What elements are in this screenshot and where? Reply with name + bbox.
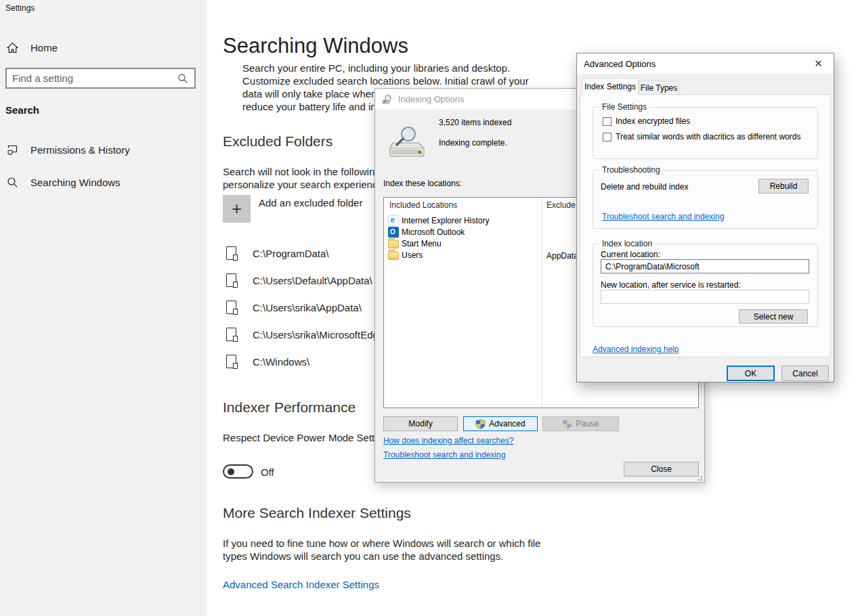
rebuild-label: Delete and rebuild index	[601, 182, 688, 192]
folder-icon	[388, 240, 399, 248]
folder-outline-icon	[226, 273, 236, 287]
toggle-knob	[228, 468, 234, 475]
current-location-label: Current location:	[601, 250, 660, 259]
dialog-title: Indexing Options	[398, 94, 465, 104]
indexing-options-icon	[382, 92, 393, 107]
sidebar-item-searching-windows[interactable]: Searching Windows	[0, 171, 207, 194]
cancel-button[interactable]: Cancel	[781, 366, 829, 381]
diacritics-checkbox[interactable]: Treat similar words with diacritics as d…	[603, 132, 800, 141]
folder-outline-icon	[226, 246, 236, 260]
window-title: Settings	[5, 3, 35, 13]
search-input[interactable]	[7, 72, 177, 84]
troubleshoot-indexing-link[interactable]: Troubleshoot search and indexing	[383, 450, 505, 460]
sidebar-item-label: Permissions & History	[30, 144, 130, 156]
toggle-state-label: Off	[261, 466, 274, 478]
plus-icon: +	[232, 198, 242, 219]
resize-grip[interactable]	[695, 474, 702, 481]
new-location-field[interactable]	[601, 290, 809, 304]
sidebar-item-home[interactable]: Home	[0, 36, 207, 59]
list-item[interactable]: Start Menu	[388, 238, 442, 249]
folder-outline-icon	[226, 301, 236, 314]
folder-icon	[388, 252, 399, 260]
excluded-folders-heading: Excluded Folders	[223, 133, 333, 150]
column-header-included[interactable]: Included Locations	[389, 200, 457, 210]
uac-shield-icon	[475, 419, 486, 429]
checkbox-icon[interactable]	[603, 117, 612, 126]
tab-index-settings[interactable]: Index Settings	[582, 78, 639, 95]
advanced-options-titlebar[interactable]: Advanced Options	[577, 53, 834, 74]
more-settings-description: If you need to fine tune how or where Wi…	[223, 537, 540, 563]
list-item[interactable]: Users	[388, 249, 423, 261]
excluded-folder-item[interactable]: C:\Users\srika\AppData\	[226, 299, 362, 316]
settings-sidebar: Settings Home Search Permissions & Histo…	[0, 0, 207, 616]
outlook-icon	[388, 227, 399, 238]
page-title: Searching Windows	[223, 34, 408, 58]
sidebar-item-label: Home	[30, 42, 58, 53]
folder-outline-icon	[226, 328, 236, 341]
items-indexed-count: 3,520 items indexed	[439, 118, 511, 127]
troubleshoot-search-link[interactable]: Troubleshoot search and indexing	[602, 212, 724, 221]
list-item[interactable]: Microsoft Outlook	[388, 226, 465, 238]
index-location-group: Index location Current location: New loc…	[593, 244, 818, 327]
tab-file-types[interactable]: File Types	[639, 81, 679, 94]
search-icon	[177, 73, 188, 84]
pause-button[interactable]: Pause	[542, 416, 619, 431]
folder-outline-icon	[226, 355, 236, 368]
excluded-folder-item[interactable]: C:\ProgramData\	[226, 244, 329, 262]
new-location-label: New location, after service is restarted…	[601, 280, 741, 290]
select-new-button[interactable]: Select new	[739, 309, 808, 324]
close-icon[interactable]: ✕	[803, 53, 834, 74]
sidebar-item-permissions-history[interactable]: Permissions & History	[0, 138, 207, 161]
excluded-folder-item[interactable]: C:\Users\Default\AppData\	[226, 271, 372, 289]
close-button[interactable]: Close	[624, 462, 699, 477]
search-small-icon	[7, 177, 18, 188]
troubleshooting-group: Troubleshooting Delete and rebuild index…	[593, 170, 818, 229]
dialog-title: Advanced Options	[584, 59, 656, 69]
indexer-performance-heading: Indexer Performance	[223, 399, 356, 416]
ok-button[interactable]: OK	[727, 366, 775, 381]
power-mode-label: Respect Device Power Mode Settings	[223, 431, 393, 444]
indexing-affect-searches-link[interactable]: How does indexing affect searches?	[383, 436, 514, 445]
checkbox-icon[interactable]	[603, 133, 612, 141]
column-header-exclude[interactable]: Exclude	[546, 200, 576, 210]
uac-shield-icon-disabled	[562, 419, 572, 429]
advanced-button[interactable]: Advanced	[463, 416, 538, 431]
index-locations-label: Index these locations:	[383, 179, 462, 188]
column-divider	[542, 198, 542, 408]
search-box[interactable]	[5, 68, 196, 89]
permissions-history-icon	[7, 144, 18, 156]
sidebar-section-title: Search	[5, 104, 39, 116]
modify-button[interactable]: Modify	[383, 416, 458, 431]
power-mode-toggle[interactable]	[223, 464, 253, 479]
index-settings-tabpage: File Settings Index encrypted files Trea…	[580, 94, 831, 357]
advanced-options-dialog: Advanced Options ✕ Index Settings File T…	[576, 53, 834, 382]
advanced-search-indexer-settings-link[interactable]: Advanced Search Indexer Settings	[223, 579, 379, 590]
more-settings-heading: More Search Indexer Settings	[223, 505, 411, 521]
home-icon	[7, 42, 18, 53]
excluded-folder-item[interactable]: C:\Windows\	[226, 353, 309, 370]
index-encrypted-files-checkbox[interactable]: Index encrypted files	[603, 116, 690, 126]
advanced-indexing-help-link[interactable]: Advanced indexing help	[593, 345, 679, 354]
add-excluded-folder-button[interactable]: +	[223, 195, 251, 223]
exclude-value: AppData;	[546, 251, 580, 261]
list-item[interactable]: Internet Explorer History	[388, 215, 489, 226]
internet-explorer-icon	[388, 215, 399, 226]
file-settings-group: File Settings Index encrypted files Trea…	[593, 107, 818, 159]
sidebar-item-label: Searching Windows	[30, 177, 121, 188]
drive-index-icon	[386, 125, 428, 159]
current-location-field[interactable]	[601, 259, 809, 273]
indexing-status: Indexing complete.	[439, 138, 507, 148]
add-excluded-folder-label[interactable]: Add an excluded folder	[259, 197, 362, 208]
rebuild-button[interactable]: Rebuild	[758, 179, 809, 194]
